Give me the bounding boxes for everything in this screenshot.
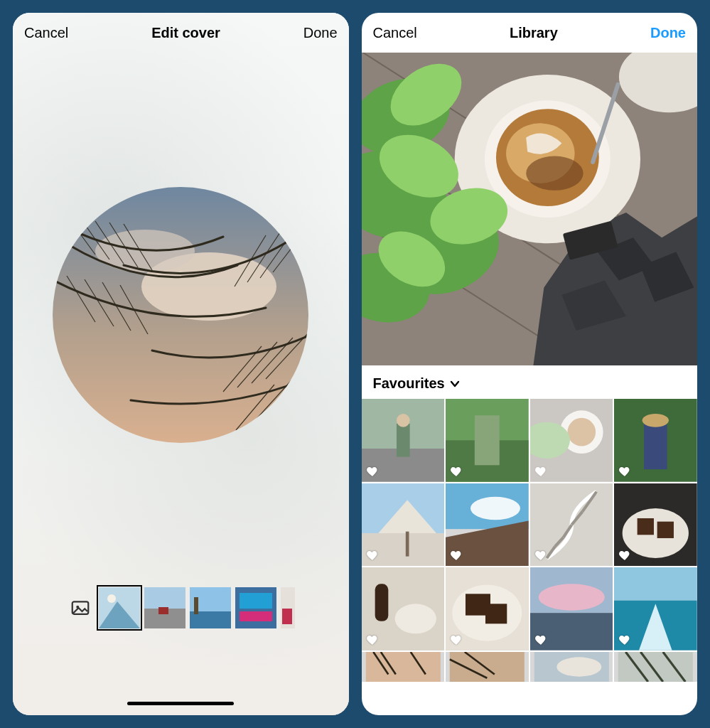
heart-icon [618,633,631,646]
heart-icon [366,465,379,478]
open-camera-roll-button[interactable] [66,594,95,622]
cancel-button[interactable]: Cancel [373,25,417,41]
svg-rect-50 [530,399,613,482]
svg-rect-16 [240,611,272,621]
svg-point-76 [394,604,436,634]
edit-cover-canvas[interactable] [13,13,349,715]
photo-roof-clouds[interactable] [446,483,529,567]
svg-rect-55 [644,424,667,469]
svg-point-46 [396,414,409,427]
photo-palm-sunset-2[interactable] [446,652,529,682]
svg-point-82 [538,584,604,611]
svg-rect-72 [638,518,654,535]
done-button[interactable]: Done [650,25,686,41]
photo-coffee-plant[interactable] [530,399,613,482]
heart-icon [366,549,379,562]
photo-greenery-rail[interactable] [446,399,529,482]
photo-palm-sunset-1[interactable] [362,652,445,682]
cover-candidate-4[interactable] [235,587,276,628]
photo-dessert-plate[interactable] [614,483,697,567]
svg-point-71 [623,508,689,558]
screen-library: Cancel Library Done [362,13,698,715]
cover-candidate-5[interactable] [281,587,295,628]
svg-point-52 [567,418,596,446]
image-icon [70,597,91,619]
svg-rect-8 [144,587,185,609]
svg-point-95 [556,657,601,676]
album-picker[interactable]: Favourites [362,365,698,399]
heart-icon [534,465,547,478]
heart-icon [366,633,379,646]
photo-boat-wake-sea[interactable] [614,567,697,651]
screen-title: Edit cover [151,25,220,41]
svg-rect-60 [405,531,409,556]
svg-rect-10 [158,607,168,614]
photo-pink-clouds-sea[interactable] [530,567,613,651]
home-indicator[interactable] [127,702,234,705]
heart-icon [534,633,547,646]
photo-person-standing[interactable] [362,399,445,482]
svg-rect-73 [657,521,674,537]
cover-candidate-3[interactable] [190,587,231,628]
photo-brownie-close[interactable] [446,567,529,651]
svg-point-7 [107,594,116,603]
screen-title: Library [510,25,558,41]
svg-point-31 [526,156,583,191]
cover-thumbnail-strip [13,586,349,630]
svg-point-53 [530,422,570,459]
heart-icon [450,633,463,646]
cover-palm-image [53,187,308,443]
photo-parasol-sky[interactable] [362,483,445,567]
heart-icon [618,465,631,478]
svg-rect-84 [614,567,697,601]
photo-table-bottle[interactable] [362,567,445,651]
heart-icon [450,465,463,478]
svg-point-56 [642,414,669,427]
done-button[interactable]: Done [303,25,338,41]
photo-spiral-stairs[interactable] [530,483,613,567]
svg-rect-13 [194,597,198,614]
library-selected-preview[interactable] [362,53,698,365]
cover-candidate-1[interactable] [99,587,140,628]
svg-rect-80 [485,604,507,624]
cover-crop-circle[interactable] [53,187,308,443]
cancel-button[interactable]: Cancel [24,25,68,41]
heart-icon [534,549,547,562]
svg-rect-45 [396,424,409,457]
coffee-plant-image [362,53,698,365]
heart-icon [618,549,631,562]
svg-rect-75 [375,584,388,621]
photo-person-hat[interactable] [614,399,697,482]
svg-rect-15 [240,593,272,609]
svg-point-62 [470,496,520,520]
svg-point-51 [560,410,603,454]
heart-icon [450,549,463,562]
cover-candidate-2[interactable] [144,587,185,628]
screen-edit-cover: Cancel Edit cover Done [13,13,349,715]
svg-rect-18 [282,609,292,624]
album-picker-label: Favourites [373,375,445,392]
photo-palm-fronds[interactable] [614,652,697,682]
chevron-down-icon [449,378,461,390]
photo-palm-cloud[interactable] [530,652,613,682]
library-grid [362,399,698,682]
svg-rect-49 [475,415,500,465]
